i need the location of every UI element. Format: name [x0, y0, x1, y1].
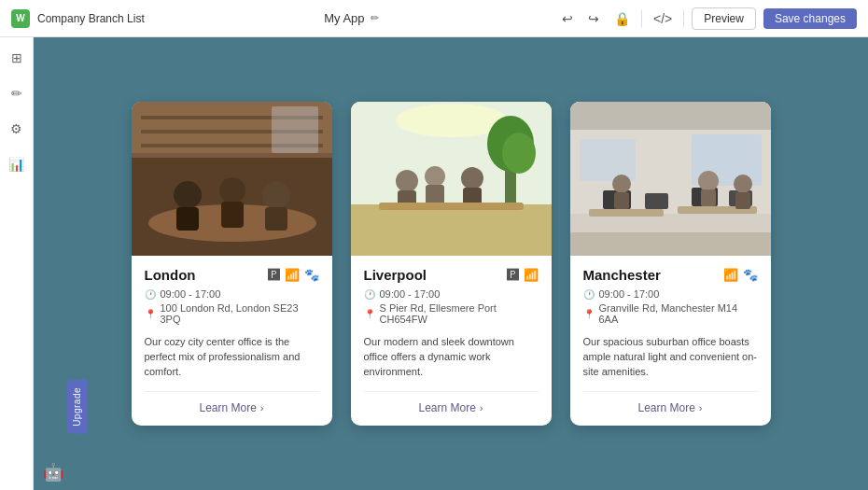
svg-point-23 — [425, 166, 445, 187]
clock-icon: 🕐 — [145, 289, 156, 300]
wifi-icon-m: 📶 — [723, 268, 738, 282]
topbar-center: My App ✏ — [152, 11, 551, 25]
app-name: My App — [324, 11, 364, 25]
clock-icon-m: 🕐 — [583, 289, 595, 300]
main-layout: ⊞ ✏ ⚙ 📊 Upgrade — [0, 37, 868, 490]
arrow-icon-london: › — [260, 402, 264, 413]
svg-rect-4 — [176, 207, 199, 231]
topbar-right: ↩ ↪ 🔒 </> Preview Save changes — [558, 7, 857, 30]
card-footer-manchester: Learn More › — [583, 391, 758, 414]
svg-point-39 — [612, 175, 631, 193]
svg-rect-40 — [614, 192, 629, 209]
arrow-icon-manchester: › — [699, 402, 703, 413]
app-logo: W — [11, 9, 30, 28]
clock-icon-l: 🕐 — [364, 289, 375, 300]
svg-rect-24 — [426, 185, 444, 205]
svg-rect-45 — [570, 232, 771, 256]
preview-button[interactable]: Preview — [692, 7, 756, 30]
card-body-liverpool: Liverpool 🅿 📶 🕐 09:00 - 17:00 📍 S Pier R… — [351, 256, 552, 426]
sidebar-item-pen[interactable]: ✏ — [7, 84, 26, 103]
svg-rect-44 — [735, 192, 750, 209]
code-button[interactable]: </> — [650, 9, 676, 28]
svg-point-5 — [219, 177, 245, 203]
svg-point-25 — [461, 167, 483, 189]
topbar: W Company Branch List My App ✏ ↩ ↪ 🔒 </>… — [0, 0, 868, 37]
sidebar-item-chart[interactable]: 📊 — [7, 155, 26, 174]
wifi-icon: 📶 — [285, 268, 300, 282]
edit-icon[interactable]: ✏ — [371, 12, 379, 24]
card-hours-liverpool: 🕐 09:00 - 17:00 — [364, 288, 539, 300]
svg-rect-36 — [645, 193, 668, 209]
undo-button[interactable]: ↩ — [558, 9, 577, 28]
page-title: Company Branch List — [37, 12, 145, 25]
card-description-manchester: Our spacious suburban office boasts ampl… — [583, 335, 758, 380]
card-hours-london: 🕐 09:00 - 17:00 — [145, 288, 319, 300]
cards-container: London 🅿 📶 🐾 🕐 09:00 - 17:00 📍 100 — [132, 102, 771, 426]
lock-button[interactable]: 🔒 — [610, 9, 634, 28]
card-body-london: London 🅿 📶 🐾 🕐 09:00 - 17:00 📍 100 — [132, 256, 332, 426]
sidebar: ⊞ ✏ ⚙ 📊 — [0, 37, 34, 490]
svg-rect-6 — [221, 202, 244, 228]
card-footer-liverpool: Learn More › — [364, 391, 539, 414]
svg-rect-29 — [570, 102, 771, 130]
card-manchester: Manchester 📶 🐾 🕐 09:00 - 17:00 📍 Granvil… — [570, 102, 771, 426]
card-header-manchester: Manchester 📶 🐾 — [583, 267, 758, 283]
paw-icon: 🐾 — [304, 268, 319, 282]
card-liverpool: Liverpool 🅿 📶 🕐 09:00 - 17:00 📍 S Pier R… — [351, 102, 552, 426]
svg-rect-8 — [265, 207, 287, 231]
svg-rect-32 — [580, 139, 636, 181]
location-icon: 📍 — [145, 309, 156, 319]
svg-rect-42 — [701, 189, 716, 206]
card-title-london: London — [145, 267, 196, 283]
arrow-icon-liverpool: › — [480, 402, 483, 413]
card-icons-liverpool: 🅿 📶 — [507, 268, 539, 282]
card-address-manchester: 📍 Granville Rd, Manchester M14 6AA — [583, 302, 758, 325]
card-address-london: 📍 100 London Rd, London SE23 3PQ — [145, 302, 319, 325]
svg-point-7 — [262, 181, 290, 209]
card-description-london: Our cozy city center office is the perfe… — [145, 335, 319, 380]
card-icons-manchester: 📶 🐾 — [723, 268, 758, 282]
card-footer-london: Learn More › — [145, 391, 319, 414]
svg-rect-33 — [589, 209, 664, 217]
paw-icon-m: 🐾 — [743, 268, 758, 282]
sidebar-item-settings[interactable]: ⚙ — [7, 119, 26, 138]
toolbar-divider-2 — [683, 10, 684, 27]
canvas-area: Upgrade — [34, 37, 868, 490]
location-icon-l: 📍 — [364, 309, 375, 319]
card-address-liverpool: 📍 S Pier Rd, Ellesmere Port CH654FW — [364, 302, 539, 325]
svg-point-41 — [698, 171, 719, 191]
redo-button[interactable]: ↪ — [584, 9, 603, 28]
upgrade-button[interactable]: Upgrade — [67, 380, 87, 434]
svg-rect-27 — [379, 203, 524, 210]
card-header-liverpool: Liverpool 🅿 📶 — [364, 267, 539, 283]
card-icons-london: 🅿 📶 🐾 — [268, 268, 319, 282]
card-body-manchester: Manchester 📶 🐾 🕐 09:00 - 17:00 📍 Granvil… — [570, 256, 771, 426]
svg-point-3 — [174, 181, 202, 209]
wifi-icon-l: 📶 — [524, 268, 539, 282]
learn-more-button-london[interactable]: Learn More — [199, 401, 256, 414]
parking-icon: 🅿 — [268, 268, 280, 282]
card-image-london — [132, 102, 332, 256]
toolbar-divider — [641, 10, 642, 27]
location-icon-m: 📍 — [583, 309, 595, 319]
svg-point-21 — [396, 170, 418, 192]
svg-rect-15 — [351, 204, 552, 256]
learn-more-button-manchester[interactable]: Learn More — [637, 401, 694, 414]
card-hours-manchester: 🕐 09:00 - 17:00 — [583, 288, 758, 300]
sidebar-item-grid[interactable]: ⊞ — [7, 49, 26, 67]
svg-rect-13 — [272, 106, 318, 153]
save-button[interactable]: Save changes — [763, 8, 857, 29]
card-image-liverpool — [351, 102, 552, 256]
parking-icon-l: 🅿 — [507, 268, 519, 282]
svg-point-20 — [502, 133, 536, 174]
card-title-liverpool: Liverpool — [364, 267, 427, 283]
card-london: London 🅿 📶 🐾 🕐 09:00 - 17:00 📍 100 — [132, 102, 332, 426]
bot-icon: 🤖 — [43, 462, 63, 483]
card-title-manchester: Manchester — [583, 267, 661, 283]
card-header-london: London 🅿 📶 🐾 — [145, 267, 319, 283]
svg-point-43 — [734, 175, 752, 193]
learn-more-button-liverpool[interactable]: Learn More — [418, 401, 475, 414]
card-image-manchester — [570, 102, 771, 256]
card-description-liverpool: Our modern and sleek downtown office off… — [364, 335, 539, 380]
